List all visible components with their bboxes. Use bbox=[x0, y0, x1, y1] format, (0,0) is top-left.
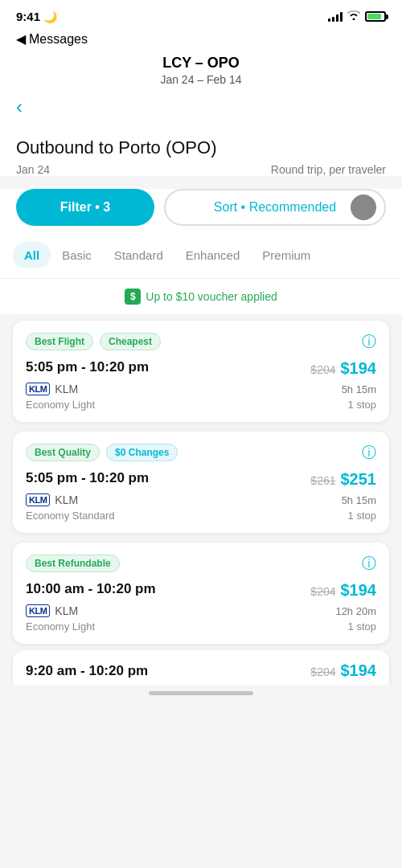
flight-2-stops: 1 stop bbox=[348, 510, 376, 522]
flight-3-airline: KLM bbox=[55, 604, 78, 617]
flight-1-duration: 5h 15m bbox=[342, 383, 376, 395]
card-2-airline-row: KLM KLM 5h 15m bbox=[26, 493, 376, 506]
trip-title: Outbound to Porto (OPO) bbox=[16, 137, 386, 158]
klm-logo-1: KLM bbox=[26, 383, 50, 395]
card-3-airline-row: KLM KLM 12h 20m bbox=[26, 604, 376, 617]
tab-standard[interactable]: Standard bbox=[103, 242, 174, 268]
flight-1-cabin: Economy Light bbox=[26, 399, 95, 411]
messages-nav: ◀ Messages bbox=[0, 30, 402, 51]
home-bar bbox=[149, 691, 253, 695]
category-tabs: All Basic Standard Enhanced Premium bbox=[0, 239, 402, 279]
info-icon-3[interactable]: ⓘ bbox=[362, 554, 376, 573]
tab-all[interactable]: All bbox=[13, 242, 51, 268]
status-time: 9:41 bbox=[16, 10, 40, 23]
dates-label: Jan 24 – Feb 14 bbox=[16, 73, 386, 86]
badge-best-refundable: Best Refundable bbox=[26, 555, 120, 572]
card-3-price: $204 $194 bbox=[310, 581, 376, 600]
partial-flight-times: 9:20 am - 10:20 pm bbox=[26, 663, 148, 679]
info-icon-2[interactable]: ⓘ bbox=[362, 443, 376, 462]
sort-button[interactable]: Sort • Recommended bbox=[164, 189, 386, 226]
klm-logo-3: KLM bbox=[26, 604, 50, 617]
flight-3-duration: 12h 20m bbox=[335, 605, 376, 617]
flight-card-2[interactable]: Best Quality $0 Changes ⓘ 5:05 pm - 10:2… bbox=[13, 432, 389, 533]
flight-2-cabin: Economy Standard bbox=[26, 510, 115, 522]
card-1-airline-row: KLM KLM 5h 15m bbox=[26, 383, 376, 395]
status-icons bbox=[328, 10, 386, 23]
battery-icon bbox=[365, 11, 386, 22]
flight-1-stops: 1 stop bbox=[348, 399, 376, 411]
badge-zero-changes: $0 Changes bbox=[106, 444, 178, 461]
info-icon-1[interactable]: ⓘ bbox=[362, 332, 376, 351]
card-3-badges: Best Refundable ⓘ bbox=[26, 554, 376, 573]
card-2-price: $261 $251 bbox=[310, 470, 376, 489]
card-1-badges: Best Flight Cheapest ⓘ bbox=[26, 332, 376, 351]
partial-card-header: 9:20 am - 10:20 pm $204 $194 bbox=[26, 661, 376, 680]
flight-2-original-price: $261 bbox=[310, 474, 335, 487]
partial-original-price: $204 bbox=[310, 665, 335, 678]
trip-date: Jan 24 bbox=[16, 163, 50, 176]
card-1-price: $204 $194 bbox=[310, 359, 376, 378]
partial-card-price: $204 $194 bbox=[310, 661, 376, 680]
tab-enhanced[interactable]: Enhanced bbox=[174, 242, 252, 268]
flight-card-1[interactable]: Best Flight Cheapest ⓘ 5:05 pm - 10:20 p… bbox=[13, 321, 389, 422]
partial-flight-card[interactable]: 9:20 am - 10:20 pm $204 $194 bbox=[13, 650, 389, 685]
back-arrow-icon: ◀ bbox=[16, 31, 26, 47]
route-label: LCY – OPO bbox=[16, 55, 386, 72]
flights-list: Best Flight Cheapest ⓘ 5:05 pm - 10:20 p… bbox=[0, 314, 402, 650]
trip-type: Round trip, per traveler bbox=[271, 163, 386, 176]
filter-button[interactable]: Filter • 3 bbox=[16, 189, 154, 226]
voucher-banner: $ Up to $10 voucher applied bbox=[0, 279, 402, 314]
flight-1-current-price: $194 bbox=[341, 359, 377, 378]
card-1-footer: Economy Light 1 stop bbox=[26, 399, 376, 411]
flight-1-airline: KLM bbox=[55, 383, 78, 395]
flight-2-airline: KLM bbox=[55, 493, 78, 506]
home-indicator bbox=[0, 685, 402, 698]
card-3-footer: Economy Light 1 stop bbox=[26, 620, 376, 633]
wifi-icon bbox=[347, 10, 360, 23]
card-2-footer: Economy Standard 1 stop bbox=[26, 510, 376, 522]
flight-2-airline-info: KLM KLM bbox=[26, 493, 78, 506]
back-chevron-icon[interactable]: ‹ bbox=[16, 96, 23, 117]
card-1-header: 5:05 pm - 10:20 pm $204 $194 bbox=[26, 359, 376, 378]
flight-3-airline-info: KLM KLM bbox=[26, 604, 78, 617]
flight-1-original-price: $204 bbox=[310, 363, 335, 376]
card-2-badges: Best Quality $0 Changes ⓘ bbox=[26, 443, 376, 462]
flight-card-3[interactable]: Best Refundable ⓘ 10:00 am - 10:20 pm $2… bbox=[13, 542, 389, 644]
flight-3-times: 10:00 am - 10:20 pm bbox=[26, 581, 156, 597]
voucher-icon: $ bbox=[125, 289, 141, 305]
tab-basic[interactable]: Basic bbox=[51, 242, 103, 268]
filter-sort-row: Filter • 3 Sort • Recommended bbox=[0, 189, 402, 239]
trip-info: Outbound to Porto (OPO) Jan 24 Round tri… bbox=[0, 125, 402, 176]
flight-3-stops: 1 stop bbox=[348, 620, 376, 633]
card-3-header: 10:00 am - 10:20 pm $204 $194 bbox=[26, 581, 376, 600]
badge-best-flight: Best Flight bbox=[26, 333, 93, 350]
status-bar: 9:41 🌙 bbox=[0, 0, 402, 30]
flight-3-original-price: $204 bbox=[310, 585, 335, 598]
header: LCY – OPO Jan 24 – Feb 14 bbox=[0, 51, 402, 96]
messages-label: Messages bbox=[29, 32, 88, 47]
badge-cheapest: Cheapest bbox=[100, 333, 161, 350]
back-button-row: ‹ bbox=[0, 96, 402, 125]
sort-cursor bbox=[351, 194, 376, 220]
flight-1-airline-info: KLM KLM bbox=[26, 383, 78, 395]
flight-2-current-price: $251 bbox=[341, 470, 377, 489]
flight-2-duration: 5h 15m bbox=[342, 494, 376, 506]
card-2-header: 5:05 pm - 10:20 pm $261 $251 bbox=[26, 470, 376, 489]
flight-3-current-price: $194 bbox=[341, 581, 377, 600]
badge-best-quality: Best Quality bbox=[26, 444, 100, 461]
partial-current-price: $194 bbox=[341, 661, 377, 680]
moon-icon: 🌙 bbox=[43, 10, 57, 23]
tab-premium[interactable]: Premium bbox=[251, 242, 322, 268]
flight-2-times: 5:05 pm - 10:20 pm bbox=[26, 470, 149, 486]
trip-meta: Jan 24 Round trip, per traveler bbox=[16, 163, 386, 176]
flight-1-times: 5:05 pm - 10:20 pm bbox=[26, 359, 149, 375]
klm-logo-2: KLM bbox=[26, 493, 50, 506]
signal-icon bbox=[328, 12, 343, 22]
flight-3-cabin: Economy Light bbox=[26, 620, 95, 633]
voucher-text: Up to $10 voucher applied bbox=[146, 290, 277, 303]
